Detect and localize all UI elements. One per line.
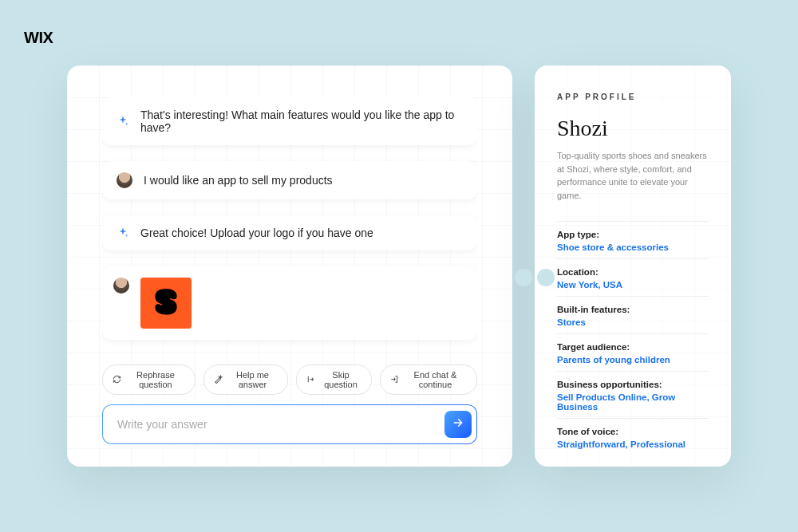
- help-button[interactable]: Help me answer: [203, 365, 288, 395]
- field-value[interactable]: Stores: [557, 317, 709, 327]
- chat-panel: That's interesting! What main features w…: [67, 65, 512, 467]
- exit-icon: [390, 375, 399, 385]
- answer-input[interactable]: [106, 408, 444, 440]
- refresh-icon: [113, 375, 121, 385]
- button-label: Skip question: [320, 370, 361, 389]
- profile-field-location: Location: New York, USA: [557, 258, 709, 296]
- user-message: I would like an app to sell my products: [102, 161, 477, 199]
- skip-icon: [306, 375, 315, 385]
- field-value[interactable]: Shoe store & accessories: [557, 242, 709, 252]
- message-text: I would like an app to sell my products: [144, 174, 333, 187]
- field-label: Built-in features:: [557, 305, 709, 314]
- arrow-right-icon: [452, 416, 464, 432]
- field-label: Tone of voice:: [557, 427, 709, 436]
- panel-connector: [516, 260, 554, 295]
- field-value[interactable]: Sell Products Online, Grow Business: [557, 392, 709, 412]
- send-button[interactable]: [444, 411, 472, 438]
- skip-button[interactable]: Skip question: [296, 365, 372, 395]
- wand-icon: [214, 375, 223, 385]
- button-label: End chat & continue: [404, 370, 467, 389]
- user-message-image: [102, 266, 477, 340]
- message-text: That's interesting! What main features w…: [140, 108, 463, 134]
- app-canvas: That's interesting! What main features w…: [67, 65, 731, 467]
- chat-messages: That's interesting! What main features w…: [102, 97, 477, 350]
- rephrase-button[interactable]: Rephrase question: [102, 365, 196, 395]
- user-avatar-icon: [113, 278, 129, 294]
- profile-field-tone: Tone of voice: Straightforward, Professi…: [557, 418, 709, 455]
- sparkle-icon: [117, 227, 129, 239]
- field-label: Business opportunities:: [557, 380, 709, 389]
- profile-section-label: APP PROFILE: [557, 93, 709, 101]
- sparkle-icon: [117, 115, 129, 128]
- profile-field-opportunities: Business opportunities: Sell Products On…: [557, 371, 709, 418]
- field-label: Location:: [557, 267, 709, 277]
- ai-message: Great choice! Upload your logo if you ha…: [102, 215, 477, 250]
- wix-logo: WIX: [24, 29, 53, 47]
- field-value[interactable]: Parents of young children: [557, 355, 709, 365]
- profile-field-app-type: App type: Shoe store & accessories: [557, 221, 709, 258]
- chat-toolbar: Rephrase question Help me answer Skip qu…: [102, 365, 477, 395]
- field-label: App type:: [557, 230, 709, 239]
- button-label: Rephrase question: [126, 370, 185, 389]
- profile-field-builtin: Built-in features: Stores: [557, 296, 709, 333]
- app-profile-panel: APP PROFILE Shozi Top-quality sports sho…: [535, 65, 731, 467]
- field-value[interactable]: New York, USA: [557, 280, 709, 290]
- user-avatar-icon: [117, 172, 132, 188]
- field-label: Target audience:: [557, 342, 709, 352]
- profile-title: Shozi: [557, 116, 709, 141]
- message-text: Great choice! Upload your logo if you ha…: [140, 227, 373, 239]
- button-label: Help me answer: [227, 370, 278, 389]
- uploaded-logo[interactable]: [140, 278, 192, 329]
- ai-message: That's interesting! What main features w…: [102, 97, 477, 145]
- end-chat-button[interactable]: End chat & continue: [380, 365, 477, 395]
- answer-input-row: [102, 404, 477, 444]
- profile-description: Top-quality sports shoes and sneakers at…: [557, 149, 709, 202]
- profile-field-audience: Target audience: Parents of young childr…: [557, 333, 709, 371]
- field-value[interactable]: Straightforward, Professional: [557, 439, 709, 449]
